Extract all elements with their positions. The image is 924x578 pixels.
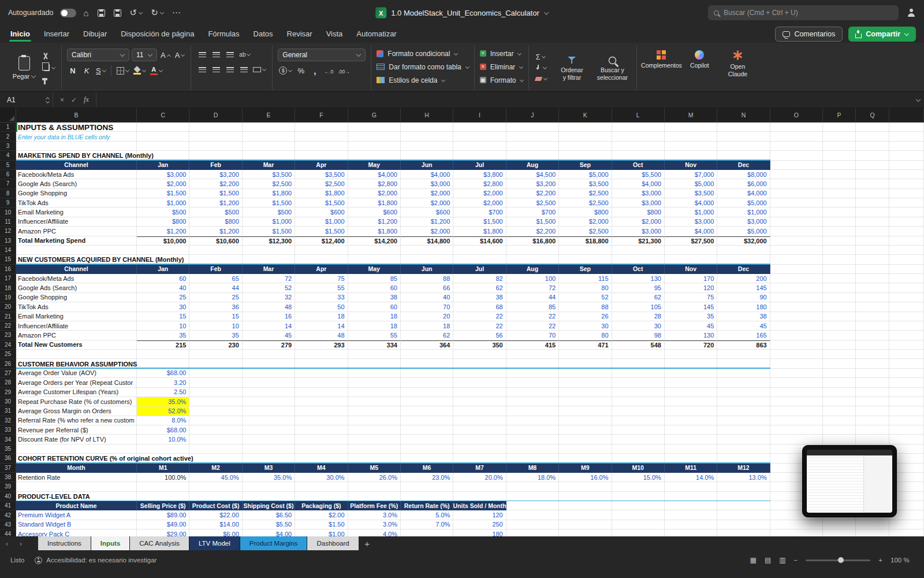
delete-chevron[interactable] [519, 65, 523, 69]
cell-C41[interactable]: Selling Price ($) [137, 501, 189, 510]
cell-E9[interactable]: $1,500 [243, 198, 295, 208]
cell-P16[interactable] [823, 265, 856, 274]
cell-L19[interactable]: 62 [612, 293, 665, 302]
cell-C17[interactable]: 60 [137, 274, 189, 283]
cell-P23[interactable] [823, 331, 856, 340]
cell-B38[interactable]: Retention Rate [16, 473, 137, 482]
cell-M12[interactable]: $4,000 [665, 227, 717, 236]
cell-D29[interactable] [189, 388, 242, 397]
cell-F29[interactable] [295, 388, 348, 397]
cell-N13[interactable]: $32,000 [717, 236, 770, 246]
cell-K13[interactable]: $18,800 [559, 236, 612, 246]
cell-M2[interactable] [665, 132, 717, 141]
cell-G34[interactable] [348, 435, 401, 444]
cell-Q8[interactable] [856, 189, 889, 198]
column-header-K[interactable]: K [559, 108, 612, 123]
cell-P20[interactable] [823, 302, 856, 312]
cell-R18[interactable] [889, 283, 924, 292]
cell-N29[interactable] [717, 388, 770, 397]
cell-K44[interactable] [559, 529, 612, 536]
cell-N35[interactable] [717, 444, 770, 454]
cell-P18[interactable] [823, 283, 856, 292]
cell-M8[interactable]: $3,500 [665, 189, 717, 198]
row-header-29[interactable]: 29 [0, 388, 16, 397]
cell-B39[interactable] [16, 482, 137, 491]
cell-D8[interactable]: $1,500 [189, 189, 242, 198]
cell-H5[interactable]: Jun [401, 161, 453, 170]
cell-B24[interactable]: Total New Customers [16, 340, 137, 350]
cell-M37[interactable]: M11 [665, 464, 717, 473]
cell-O20[interactable] [770, 302, 823, 312]
cell-M34[interactable] [665, 435, 717, 444]
cell-O3[interactable] [770, 142, 823, 151]
ribbon-tab-insertar[interactable]: Insertar [37, 27, 76, 42]
cell-Q31[interactable] [856, 406, 889, 416]
cell-F9[interactable]: $1,500 [295, 198, 348, 208]
cell-E19[interactable]: 32 [243, 293, 295, 302]
cell-K12[interactable]: $2,500 [559, 227, 612, 236]
cell-N11[interactable]: $3,000 [717, 217, 770, 227]
cell-F38[interactable]: 30.0% [295, 473, 348, 482]
cell-E24[interactable]: 279 [243, 340, 295, 350]
cell-E18[interactable]: 52 [243, 283, 295, 292]
cell-R22[interactable] [889, 321, 924, 331]
cell-K9[interactable]: $2,500 [559, 198, 612, 208]
cell-E16[interactable]: Mar [243, 265, 295, 274]
cell-E7[interactable]: $2,500 [243, 179, 295, 188]
cell-Q24[interactable] [856, 340, 889, 350]
cell-J42[interactable] [506, 510, 559, 520]
format-chevron[interactable] [520, 79, 523, 82]
cell-G24[interactable]: 334 [348, 340, 401, 350]
cell-G44[interactable]: 4.0% [348, 529, 401, 536]
cell-F24[interactable]: 293 [295, 340, 348, 350]
select-all-corner[interactable] [0, 108, 16, 123]
cell-I28[interactable] [453, 378, 506, 387]
cell-D7[interactable]: $2,200 [189, 179, 242, 188]
cell-G33[interactable] [348, 425, 401, 435]
cell-C33[interactable]: $68.00 [137, 425, 189, 435]
ribbon-tab-vista[interactable]: Vista [319, 27, 350, 42]
cell-J2[interactable] [506, 132, 559, 141]
share-button[interactable]: Compartir [848, 27, 916, 42]
cell-Q21[interactable] [856, 312, 889, 321]
cell-L37[interactable]: M10 [612, 464, 665, 473]
column-header-C[interactable]: C [137, 108, 189, 123]
cell-K38[interactable]: 16.0% [559, 473, 612, 482]
cell-M29[interactable] [665, 388, 717, 397]
cell-I20[interactable]: 68 [453, 302, 506, 312]
cell-I22[interactable]: 22 [453, 321, 506, 331]
row-header-23[interactable]: 23 [0, 331, 16, 340]
column-header-H[interactable]: H [401, 108, 453, 123]
cell-K27[interactable] [559, 369, 612, 378]
row-header-9[interactable]: 9 [0, 198, 16, 208]
cell-C35[interactable] [137, 444, 189, 454]
cell-E13[interactable]: $12,300 [243, 236, 295, 246]
cell-B41[interactable]: Product Name [16, 501, 137, 510]
row-header-28[interactable]: 28 [0, 378, 16, 387]
cell-E8[interactable]: $1,800 [243, 189, 295, 198]
cell-I5[interactable]: Jul [453, 161, 506, 170]
cell-M32[interactable] [665, 416, 717, 425]
cell-O27[interactable] [770, 369, 823, 378]
cell-I11[interactable]: $1,500 [453, 217, 506, 227]
clear-button[interactable] [534, 74, 548, 83]
cell-O23[interactable] [770, 331, 823, 340]
cell-C43[interactable]: $49.00 [137, 520, 189, 529]
cell-C44[interactable]: $29.00 [137, 529, 189, 536]
row-header-43[interactable]: 43 [0, 520, 16, 529]
cell-P43[interactable] [823, 520, 856, 529]
cell-H22[interactable]: 18 [401, 321, 453, 331]
decrease-indent-button[interactable] [238, 64, 249, 75]
cell-G25[interactable] [348, 350, 401, 359]
cell-K28[interactable] [559, 378, 612, 387]
cell-H24[interactable]: 364 [401, 340, 453, 350]
cell-E42[interactable]: $6.50 [243, 510, 295, 520]
cell-K32[interactable] [559, 416, 612, 425]
align-top-button[interactable] [196, 49, 208, 60]
home-button[interactable]: ⌂ [83, 8, 90, 18]
cell-H3[interactable] [401, 142, 453, 151]
cell-N23[interactable]: 165 [717, 331, 770, 340]
cell-R25[interactable] [889, 350, 924, 359]
ribbon-tab-inicio[interactable]: Inicio [3, 27, 37, 42]
cell-C29[interactable]: 2.50 [137, 388, 189, 397]
